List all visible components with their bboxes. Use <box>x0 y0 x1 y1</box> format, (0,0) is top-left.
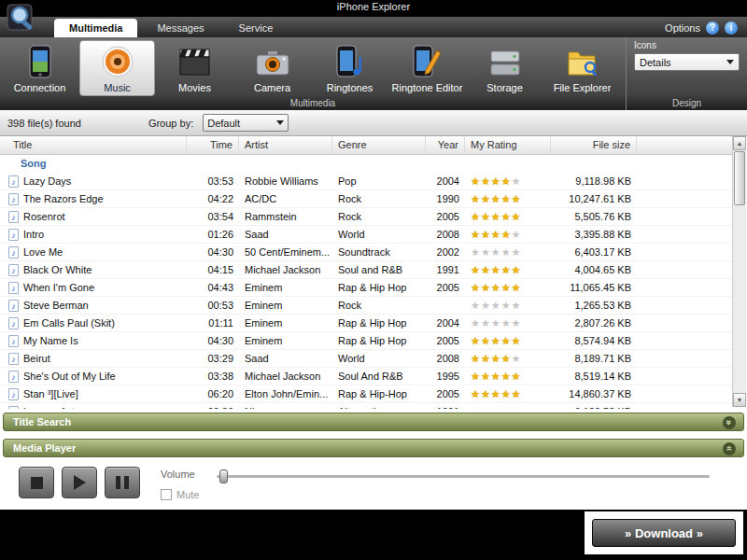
star-icon[interactable]: ★ <box>471 353 481 364</box>
group-by-dropdown[interactable]: Default <box>203 114 289 132</box>
star-icon[interactable]: ★ <box>471 282 481 293</box>
star-icon[interactable]: ★ <box>491 282 501 293</box>
collapse-media-player-button[interactable]: » <box>723 442 736 455</box>
star-icon[interactable]: ★ <box>512 211 522 222</box>
star-icon[interactable]: ★ <box>481 371 491 382</box>
star-icon[interactable]: ★ <box>471 264 481 275</box>
mute-checkbox[interactable] <box>161 489 172 500</box>
vertical-scrollbar[interactable]: ▲ ▼ <box>732 136 746 407</box>
star-icon[interactable]: ★ <box>501 353 512 364</box>
star-icon[interactable]: ★ <box>501 246 512 258</box>
download-button[interactable]: » Download » <box>592 519 736 547</box>
star-icon[interactable]: ★ <box>491 300 501 311</box>
star-icon[interactable]: ★ <box>512 229 522 240</box>
volume-slider-thumb[interactable] <box>219 469 228 483</box>
star-icon[interactable]: ★ <box>491 317 501 329</box>
star-icon[interactable]: ★ <box>491 371 501 382</box>
movies-button[interactable]: Movies <box>157 40 233 96</box>
star-icon[interactable]: ★ <box>471 229 481 240</box>
star-icon[interactable]: ★ <box>501 193 512 204</box>
star-icon[interactable]: ★ <box>491 246 501 258</box>
stop-button[interactable] <box>19 467 54 498</box>
star-icon[interactable]: ★ <box>512 264 522 275</box>
volume-slider[interactable] <box>217 475 710 478</box>
help-icon[interactable]: ? <box>706 21 719 35</box>
tab-messages[interactable]: Messages <box>142 19 218 37</box>
star-icon[interactable]: ★ <box>491 388 501 399</box>
star-icon[interactable]: ★ <box>512 388 522 399</box>
star-icon[interactable]: ★ <box>481 388 491 399</box>
table-row[interactable]: ♪ The Razors Edge 04:22 AC/DC Rock 1990 … <box>0 190 732 208</box>
table-row[interactable]: ♪ Love Me 04:30 50 Cent/Eminem... Soundt… <box>0 244 732 261</box>
star-icon[interactable]: ★ <box>501 300 512 311</box>
star-icon[interactable]: ★ <box>481 229 491 240</box>
star-icon[interactable]: ★ <box>491 353 501 364</box>
table-row[interactable]: ♪ Black Or White 04:15 Michael Jackson S… <box>0 261 732 279</box>
music-button[interactable]: Music <box>79 40 155 96</box>
camera-button[interactable]: Camera <box>234 40 310 96</box>
star-icon[interactable]: ★ <box>481 193 491 204</box>
play-button[interactable] <box>62 467 97 498</box>
scrollbar-thumb[interactable] <box>734 151 745 205</box>
table-row[interactable]: ♪ She's Out of My Life 03:38 Michael Jac… <box>0 368 732 385</box>
connection-button[interactable]: Connection <box>2 40 78 96</box>
star-icon[interactable]: ★ <box>512 300 522 311</box>
star-icon[interactable]: ★ <box>501 175 512 187</box>
table-row[interactable]: ♪ Lazy Days 03:53 Robbie Williams Pop 20… <box>0 173 732 190</box>
star-icon[interactable]: ★ <box>501 317 512 329</box>
star-icon[interactable]: ★ <box>471 300 481 311</box>
star-icon[interactable]: ★ <box>512 317 522 329</box>
star-icon[interactable]: ★ <box>512 193 522 204</box>
column-header-genre[interactable]: Genre <box>332 136 426 154</box>
star-icon[interactable]: ★ <box>481 353 491 364</box>
group-row-song[interactable]: Song <box>0 155 732 173</box>
star-icon[interactable]: ★ <box>491 175 501 187</box>
storage-button[interactable]: Storage <box>467 40 543 96</box>
star-icon[interactable]: ★ <box>491 335 501 346</box>
table-row[interactable]: ♪ When I'm Gone 04:43 Eminem Rap & Hip H… <box>0 279 732 297</box>
scroll-up-button[interactable]: ▲ <box>733 136 746 150</box>
expand-title-search-button[interactable]: » <box>723 416 736 429</box>
file-explorer-button[interactable]: File Explorer <box>544 40 620 96</box>
scroll-down-button[interactable]: ▼ <box>733 393 746 407</box>
star-icon[interactable]: ★ <box>501 282 512 293</box>
star-icon[interactable]: ★ <box>491 193 501 204</box>
star-icon[interactable]: ★ <box>512 371 522 382</box>
star-icon[interactable]: ★ <box>471 246 481 258</box>
star-icon[interactable]: ★ <box>471 175 481 187</box>
star-icon[interactable]: ★ <box>501 211 512 222</box>
table-row[interactable]: ♪ Steve Berman 00:53 Eminem Rock ★★★★★ 1… <box>0 297 732 315</box>
options-menu[interactable]: Options <box>665 22 700 34</box>
star-icon[interactable]: ★ <box>491 264 501 275</box>
table-row[interactable]: ♪ Rosenrot 03:54 Rammstein Rock 2005 ★★★… <box>0 208 732 226</box>
star-icon[interactable]: ★ <box>512 353 522 364</box>
star-icon[interactable]: ★ <box>491 211 501 222</box>
column-header-size[interactable]: File size <box>551 136 637 154</box>
tab-multimedia[interactable]: Multimedia <box>54 19 137 37</box>
star-icon[interactable]: ★ <box>512 335 522 346</box>
title-search-panel-header[interactable]: Title Search » <box>3 413 744 431</box>
star-icon[interactable]: ★ <box>501 371 512 382</box>
table-row[interactable]: ♪ Em Calls Paul (Skit) 01:11 Eminem Rap … <box>0 315 732 332</box>
star-icon[interactable]: ★ <box>481 317 491 329</box>
table-row[interactable]: ♪ Beirut 03:29 Saad World 2008 ★★★★★ 8,1… <box>0 350 732 368</box>
column-header-title[interactable]: Title <box>0 136 187 154</box>
star-icon[interactable]: ★ <box>471 193 481 204</box>
ringtone-editor-button[interactable]: Ringtone Editor <box>389 40 465 96</box>
table-row[interactable]: ♪ My Name Is 04:30 Eminem Rap & Hip Hop … <box>0 332 732 350</box>
pause-button[interactable] <box>105 467 140 498</box>
star-icon[interactable]: ★ <box>471 317 481 329</box>
star-icon[interactable]: ★ <box>471 371 481 382</box>
ringtones-button[interactable]: Ringtones <box>312 40 388 96</box>
star-icon[interactable]: ★ <box>512 175 522 187</box>
star-icon[interactable]: ★ <box>491 229 501 240</box>
star-icon[interactable]: ★ <box>481 211 491 222</box>
star-icon[interactable]: ★ <box>471 211 481 222</box>
column-header-year[interactable]: Year <box>426 136 465 154</box>
tab-service[interactable]: Service <box>224 19 289 37</box>
star-icon[interactable]: ★ <box>512 246 522 258</box>
table-row[interactable]: ♪ Intro 01:26 Saad World 2008 ★★★★★ 3,39… <box>0 226 732 244</box>
media-player-panel-header[interactable]: Media Player » <box>3 439 744 457</box>
star-icon[interactable]: ★ <box>481 264 491 275</box>
star-icon[interactable]: ★ <box>481 300 491 311</box>
